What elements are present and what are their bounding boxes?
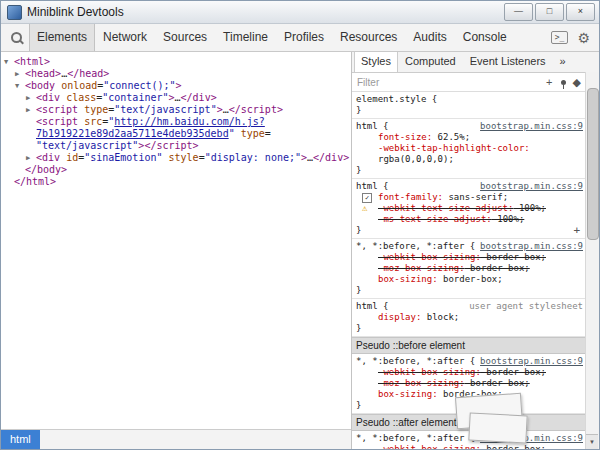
maximize-button[interactable]: □: [535, 3, 564, 21]
tag-token: </html>: [14, 176, 56, 187]
styles-scrollbar[interactable]: ▼: [585, 72, 599, 449]
attribute-name-token: id: [66, 152, 78, 163]
css-property[interactable]: -moz-box-sizing: border-box;: [356, 378, 583, 389]
tab-profiles[interactable]: Profiles: [276, 24, 332, 51]
attribute-name-token: style: [169, 152, 199, 163]
dom-tree-line[interactable]: ▶<script type="text/javascript">…</scrip…: [1, 104, 351, 116]
text-token: =: [265, 128, 271, 139]
active-property: font-size: 62.5%;: [378, 132, 470, 142]
console-drawer-icon[interactable]: >_: [551, 31, 569, 44]
collapse-arrow-icon[interactable]: ▼: [4, 57, 8, 68]
dom-tree-line[interactable]: ▼<body onload="connect();">: [1, 80, 351, 92]
close-button[interactable]: ×: [566, 3, 595, 21]
css-property[interactable]: display: block;: [356, 312, 583, 323]
scrollbar-down-icon[interactable]: ▼: [586, 434, 598, 449]
css-property[interactable]: -webkit-box-sizing: border-box;: [356, 252, 583, 263]
styles-tab-event-listeners[interactable]: Event Listeners: [463, 52, 553, 72]
rule-selector[interactable]: *, *:before, *:after {: [356, 356, 475, 367]
dom-tree: ▼<html>▶<head>…</head>▼<body onload="con…: [1, 52, 351, 429]
css-property[interactable]: -moz-box-sizing: border-box;: [356, 263, 583, 274]
devtools-window: Miniblink Devtools — □ × ElementsNetwork…: [0, 0, 600, 450]
css-property[interactable]: -webkit-box-sizing: border-box;: [356, 444, 583, 449]
tab-timeline[interactable]: Timeline: [215, 24, 276, 51]
styles-tab-computed[interactable]: Computed: [398, 52, 463, 72]
attribute-value-token: "display: none;": [205, 152, 301, 163]
expand-arrow-icon[interactable]: ▶: [15, 69, 19, 80]
expand-arrow-icon[interactable]: ▶: [26, 93, 30, 104]
rule-selector[interactable]: *, *:before, *:after {: [356, 433, 475, 444]
dom-tree-line[interactable]: ▶<div id="sinaEmotion" style="display: n…: [1, 152, 351, 164]
overridden-property: -webkit-box-sizing: border-box;: [378, 444, 546, 449]
dom-tree-line[interactable]: </html>: [1, 176, 351, 188]
dom-tree-line[interactable]: ▶<head>…</head>: [1, 68, 351, 80]
expand-arrow-icon[interactable]: ▶: [26, 153, 30, 164]
stylesheet-link[interactable]: bootstrap.min.css:9: [480, 356, 583, 367]
css-property[interactable]: font-size: 62.5%;: [356, 132, 583, 143]
overridden-property: -ms-text-size-adjust: 100%;: [378, 214, 524, 224]
dom-tree-line[interactable]: "text/javascript"></script>: [1, 140, 351, 152]
tab-console[interactable]: Console: [455, 24, 515, 51]
overridden-property: -webkit-box-sizing: border-box;: [378, 367, 546, 377]
css-property[interactable]: -webkit-tap-highlight-color: rgba(0,0,0,…: [356, 143, 583, 165]
dom-tree-line[interactable]: ▼<html>: [1, 56, 351, 68]
property-name: -webkit-box-sizing:: [378, 252, 481, 262]
inspect-element-icon[interactable]: [3, 24, 29, 51]
property-value: border-box;: [481, 367, 546, 377]
property-checkbox[interactable]: ✓: [362, 193, 372, 203]
css-property[interactable]: -ms-text-size-adjust: 100%;: [356, 214, 583, 225]
element-state-pin-icon[interactable]: [561, 80, 566, 85]
property-name: box-sizing:: [378, 274, 438, 284]
breadcrumb-item-html[interactable]: html: [1, 430, 40, 449]
attribute-value-token: "sinaEmotion": [84, 152, 162, 163]
rule-selector[interactable]: element.style {: [356, 94, 437, 105]
tag-token: <script: [36, 116, 78, 127]
dom-tree-line[interactable]: ▶<div class="container">…</div>: [1, 92, 351, 104]
closing-brace: }: [356, 323, 361, 334]
attribute-value-token: "text/javascript": [114, 104, 216, 115]
rule-selector[interactable]: html {: [356, 181, 389, 192]
dom-tree-line[interactable]: <script src="http://hm.baidu.com/h.js?: [1, 116, 351, 128]
styles-tab-styles[interactable]: Styles: [354, 52, 398, 72]
rule-selector[interactable]: html {: [356, 121, 389, 132]
overridden-property: -webkit-text-size-adjust: 100%;: [378, 203, 546, 213]
tab-audits[interactable]: Audits: [405, 24, 454, 51]
active-property: -webkit-tap-highlight-color: rgba(0,0,0,…: [378, 143, 530, 164]
minimize-button[interactable]: —: [504, 3, 533, 21]
expand-arrow-icon[interactable]: ▶: [26, 105, 30, 116]
tab-resources[interactable]: Resources: [332, 24, 405, 51]
settings-gear-icon[interactable]: ⚙: [577, 31, 590, 45]
dom-tree-line[interactable]: 7b1919221e89d2aa5711e4deb935debd" type=: [1, 128, 351, 140]
property-name: -webkit-text-size-adjust:: [378, 203, 513, 213]
attribute-value-link[interactable]: http://hm.baidu.com/h.js?: [114, 116, 265, 127]
tab-network[interactable]: Network: [95, 24, 155, 51]
scrollbar-thumb[interactable]: [587, 88, 599, 240]
styles-filter-input[interactable]: [357, 77, 539, 88]
attribute-name-token: type: [241, 128, 265, 139]
property-name: box-sizing:: [378, 389, 438, 399]
rule-selector[interactable]: html {: [356, 301, 389, 312]
rule-selector[interactable]: *, *:before, *:after {: [356, 241, 475, 252]
css-property[interactable]: -webkit-box-sizing: border-box;: [356, 367, 583, 378]
pseudo-section-header: Pseudo ::before element: [352, 337, 586, 354]
tag-token: <head>: [25, 68, 61, 79]
property-name: -webkit-box-sizing:: [378, 444, 481, 449]
add-style-rule-icon[interactable]: +: [546, 77, 552, 88]
dom-tree-line[interactable]: </body>: [1, 164, 351, 176]
collapse-arrow-icon[interactable]: ▼: [15, 81, 19, 92]
attribute-value-link[interactable]: 7b1919221e89d2aa5711e4deb935debd: [36, 128, 229, 139]
stylesheet-origin: user agent stylesheet: [469, 301, 583, 312]
overridden-property: -moz-box-sizing: border-box;: [378, 263, 530, 273]
styles-tab-overflow[interactable]: »: [553, 52, 573, 72]
tag-token: </head>: [67, 68, 109, 79]
tab-sources[interactable]: Sources: [155, 24, 215, 51]
stylesheet-link[interactable]: bootstrap.min.css:9: [480, 241, 583, 252]
new-rule-plus-icon[interactable]: +: [573, 225, 583, 236]
tab-elements[interactable]: Elements: [29, 24, 95, 51]
property-name: -webkit-box-sizing:: [378, 367, 481, 377]
color-format-icon[interactable]: ◆: [573, 77, 581, 88]
css-property[interactable]: ⚠-webkit-text-size-adjust: 100%;: [356, 203, 583, 214]
css-property[interactable]: box-sizing: border-box;: [356, 274, 583, 285]
stylesheet-link[interactable]: bootstrap.min.css:9: [480, 181, 583, 192]
css-property[interactable]: ✓font-family: sans-serif;: [356, 192, 583, 203]
stylesheet-link[interactable]: bootstrap.min.css:9: [480, 121, 583, 132]
